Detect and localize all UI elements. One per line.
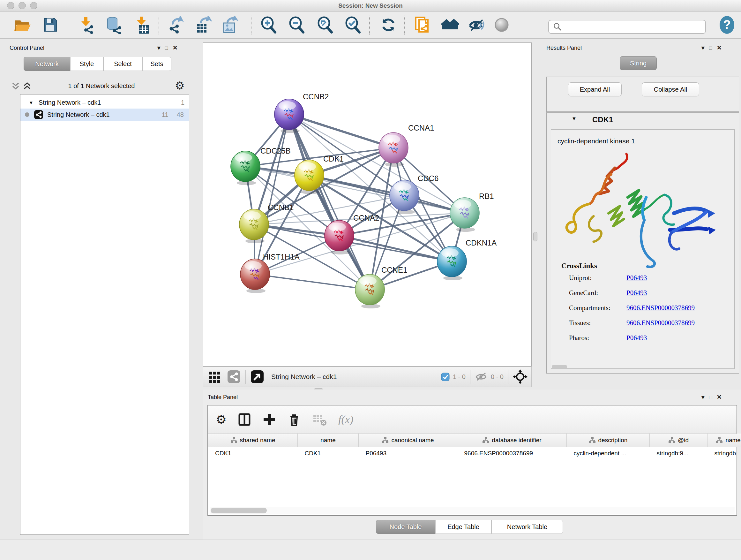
table-tabs: Node TableEdge TableNetwork Table: [376, 520, 563, 534]
birds-eye-share-icon[interactable]: [227, 370, 241, 384]
column-header-sharedname[interactable]: shared name: [208, 434, 298, 447]
crosslink-link[interactable]: P06493: [626, 274, 647, 282]
zoom-selected-icon[interactable]: [344, 16, 361, 34]
help-icon[interactable]: ?: [719, 15, 735, 35]
network-node-RB1[interactable]: [450, 198, 479, 232]
tab-style[interactable]: Style: [70, 57, 104, 71]
table-cell: CDK1: [208, 447, 298, 460]
results-panel-float-icon[interactable]: □: [709, 45, 717, 51]
network-edge[interactable]: [339, 236, 452, 261]
svg-text:?: ?: [723, 18, 731, 31]
network-node-CCNE1[interactable]: [355, 274, 385, 308]
network-row-selected[interactable]: String Network – cdk1 11 48: [20, 109, 189, 121]
network-view-toolbar: String Network – cdk1 1 - 0 0 - 0: [203, 367, 532, 387]
protein-expander-icon[interactable]: ▼: [571, 116, 577, 122]
network-graph[interactable]: CCNB2CCNA1CDC25BCDK1CDC6RB1CCNB1CCNA2CDK…: [203, 43, 531, 366]
network-node-CDC25B[interactable]: [231, 151, 260, 185]
import-network-file-icon[interactable]: [77, 16, 95, 34]
column-header-description[interactable]: description: [567, 434, 650, 447]
results-scrollbar-thumb[interactable]: [552, 365, 567, 368]
column-header-id[interactable]: @id: [650, 434, 708, 447]
clone-network-icon[interactable]: [413, 16, 431, 34]
network-edge[interactable]: [289, 114, 370, 290]
collapse-all-button[interactable]: Collapse All: [642, 82, 699, 97]
show-all-views-icon[interactable]: [441, 16, 459, 34]
crosslink-link[interactable]: P06493: [626, 334, 647, 341]
table-panel-menu-icon[interactable]: ▾: [701, 394, 709, 400]
zoom-out-icon[interactable]: [287, 16, 306, 34]
hidden-eye-icon[interactable]: [475, 371, 488, 382]
column-header-databaseidentifier[interactable]: database identifier: [457, 434, 567, 447]
tab-string[interactable]: String: [620, 56, 657, 70]
add-column-icon[interactable]: [262, 413, 276, 427]
control-panel-close-icon[interactable]: ✕: [173, 44, 182, 51]
search-field[interactable]: [548, 20, 706, 34]
control-panel-menu-icon[interactable]: ▾: [157, 44, 165, 51]
zoom-fit-icon[interactable]: [316, 16, 334, 34]
export-network-icon[interactable]: [167, 16, 185, 34]
export-table-icon[interactable]: [194, 16, 212, 34]
delete-column-trash-icon[interactable]: [287, 413, 301, 427]
network-node-CCNB1[interactable]: [239, 209, 269, 243]
delete-table-icon: [312, 413, 327, 427]
network-collection-row[interactable]: ▼ String Network – cdk1 1: [20, 95, 189, 109]
results-panel-close-icon[interactable]: ✕: [717, 44, 726, 51]
vertical-splitter-grip[interactable]: [533, 232, 537, 241]
hide-details-icon[interactable]: [468, 16, 486, 34]
tab-sets[interactable]: Sets: [142, 57, 172, 71]
table-hscrollbar[interactable]: [210, 507, 735, 514]
network-node-CCNA1[interactable]: [379, 132, 408, 167]
tab-edge-table[interactable]: Edge Table: [435, 520, 491, 534]
import-table-icon[interactable]: [133, 16, 151, 34]
tab-node-table[interactable]: Node Table: [376, 520, 435, 534]
zoom-in-icon[interactable]: [259, 16, 277, 34]
search-input[interactable]: [564, 23, 705, 30]
import-network-database-icon[interactable]: [105, 16, 123, 34]
control-panel-float-icon[interactable]: □: [165, 45, 173, 51]
column-header-name[interactable]: name: [298, 434, 359, 447]
save-session-icon[interactable]: [41, 16, 59, 34]
column-header-canonicalname[interactable]: canonical name: [359, 434, 457, 447]
network-edge[interactable]: [289, 114, 394, 148]
tab-network[interactable]: Network: [23, 57, 70, 71]
crosslink-link[interactable]: 9606.ENSP00000378699: [626, 319, 695, 327]
export-image-icon[interactable]: [220, 16, 239, 34]
network-canvas[interactable]: CCNB2CCNA1CDC25BCDK1CDC6RB1CCNB1CCNA2CDK…: [203, 43, 532, 367]
open-folder-icon[interactable]: [13, 16, 30, 34]
tab-select[interactable]: Select: [104, 57, 142, 71]
expand-all-icon[interactable]: [22, 81, 32, 91]
fit-content-crosshair-icon[interactable]: [513, 369, 528, 384]
network-node-HIST1H1A[interactable]: [240, 259, 270, 293]
grid-view-icon[interactable]: [208, 370, 222, 384]
crosslink-link[interactable]: 9606.ENSP00000378699: [626, 304, 695, 312]
table-row[interactable]: CDK1CDK1P064939606.ENSP00000378699cyclin…: [208, 447, 741, 460]
table-cell: CDK1: [298, 447, 359, 460]
column-header-namespace[interactable]: namespace: [708, 434, 741, 447]
collapse-all-icon[interactable]: [11, 81, 20, 91]
show-columns-icon[interactable]: [238, 413, 252, 427]
column-tree-icon: [482, 437, 489, 444]
toolbar-separator: [369, 15, 370, 35]
toolbar-separator: [67, 15, 67, 35]
open-in-window-icon[interactable]: [250, 370, 264, 384]
tree-expander-icon[interactable]: ▼: [29, 100, 33, 105]
network-node-CDKN1A[interactable]: [437, 246, 467, 280]
expand-all-button[interactable]: Expand All: [568, 82, 622, 97]
network-options-gear-icon[interactable]: ⚙: [175, 79, 185, 92]
column-header-label: @id: [678, 437, 689, 443]
table-panel-close-icon[interactable]: ✕: [717, 394, 726, 400]
toolbar-separator: [158, 15, 159, 35]
tab-network-table[interactable]: Network Table: [491, 520, 563, 534]
selected-checkbox-icon[interactable]: [441, 373, 450, 381]
crosslink-link[interactable]: P06493: [626, 289, 647, 297]
results-panel-menu-icon[interactable]: ▾: [701, 44, 709, 51]
table-panel-float-icon[interactable]: □: [709, 394, 717, 400]
search-icon: [553, 23, 562, 31]
network-edge[interactable]: [255, 274, 370, 290]
table-hscrollbar-thumb[interactable]: [211, 508, 267, 513]
table-settings-gear-icon[interactable]: ⚙: [216, 413, 226, 427]
column-header-label: name: [320, 437, 336, 443]
network-node-CCNB2[interactable]: [274, 99, 304, 133]
network-selection-status: 1 of 1 Network selected: [38, 82, 165, 90]
refresh-icon[interactable]: [380, 16, 397, 34]
